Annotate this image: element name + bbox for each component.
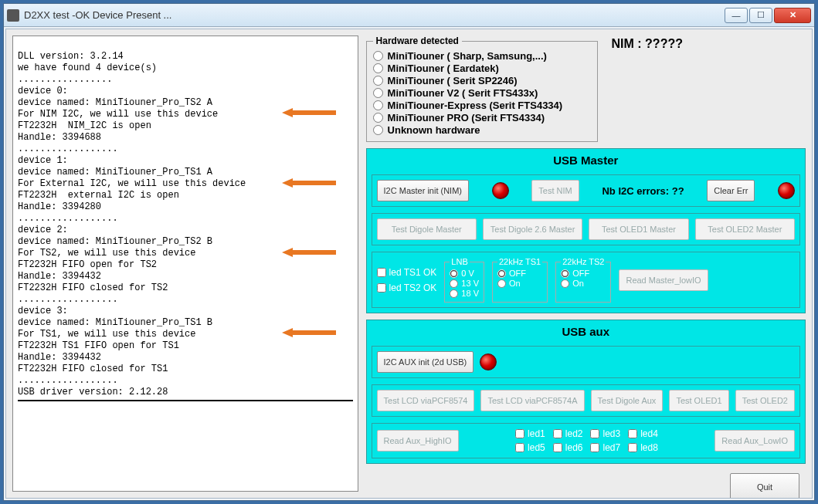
i2c-master-init-button[interactable]: I2C Master init (NIM) [377, 180, 469, 201]
log-dev1: device 1: device named: MiniTiouner_Pro_… [18, 155, 246, 224]
log-footer: USB driver version: 2.12.28 [18, 387, 168, 397]
aux-led-checkbox[interactable]: led5 [515, 442, 545, 453]
log-separator [18, 400, 353, 401]
usb-master-panel: USB Master I2C Master init (NIM) Test NI… [366, 148, 806, 313]
aux-led-checkbox[interactable]: led1 [515, 428, 545, 439]
log-dev3: device 3: device named: MiniTiouner_Pro_… [18, 306, 212, 386]
hardware-option[interactable]: MiniTiouner ( Eardatek) [373, 63, 591, 74]
master-test-button[interactable]: Test OLED1 Master [589, 218, 688, 240]
hardware-legend: Hardware detected [373, 36, 462, 46]
lnb-option[interactable]: 13 V [450, 279, 479, 288]
read-aux-highio-button[interactable]: Read Aux_HighIO [377, 430, 459, 452]
aux-led-checkbox[interactable]: led6 [553, 442, 583, 453]
window-buttons: — ☐ ✕ [725, 8, 811, 23]
aux-led-checkbox[interactable]: led2 [553, 428, 583, 439]
aux-test-button[interactable]: Test OLED2 [735, 390, 795, 411]
svg-marker-2 [282, 248, 336, 257]
i2c-errors-label: Nb I2C errors: ?? [602, 185, 684, 197]
lnb-legend: LNB [450, 257, 469, 266]
app-window: D2XX test -OK Device Present ... — ☐ ✕ D… [3, 3, 815, 501]
led-ts2-checkbox[interactable]: led TS2 OK [377, 282, 437, 293]
led-ts1-checkbox[interactable]: led TS1 OK [377, 267, 437, 278]
arrow-icon [237, 96, 291, 106]
svg-marker-0 [282, 108, 336, 117]
clear-err-button[interactable]: Clear Err [707, 180, 755, 201]
hardware-option[interactable]: MiniTiouner-Express (Serit FTS4334) [373, 100, 591, 111]
aux-led-checkbox[interactable]: led7 [590, 442, 620, 453]
khz1-option[interactable]: OFF [497, 269, 542, 278]
aux-test-button[interactable]: Test LCD viaPCF8574 [377, 390, 475, 411]
svg-marker-1 [282, 178, 336, 188]
hardware-option[interactable]: MiniTiouner ( Serit SP2246) [373, 75, 591, 86]
window-title: D2XX test -OK Device Present ... [24, 9, 725, 21]
top-row: Hardware detected MiniTiouner ( Sharp, S… [366, 36, 806, 142]
lnb-group: LNB 0 V13 V18 V [444, 257, 484, 303]
read-aux-lowio-button[interactable]: Read Aux_LowIO [714, 430, 795, 452]
master-test-button[interactable]: Test OLED2 Master [695, 218, 795, 240]
usb-aux-row1: I2C AUX init (2d USB) [372, 346, 800, 378]
client-area: DLL version: 3.2.14 we have found 4 devi… [5, 29, 813, 499]
arrow-icon [237, 316, 291, 326]
khz2-option[interactable]: OFF [561, 269, 606, 278]
usb-aux-row2: Test LCD viaPCF8574Test LCD viaPCF8574AT… [372, 384, 800, 417]
usb-master-row2: Test Digole MasterTest Digole 2.6 Master… [372, 213, 800, 245]
app-icon [7, 9, 19, 22]
usb-master-row3: led TS1 OK led TS2 OK LNB 0 V13 V18 V 22… [372, 252, 800, 308]
i2c-aux-init-button[interactable]: I2C AUX init (2d USB) [377, 351, 474, 373]
usb-master-title: USB Master [372, 154, 800, 167]
log-dev2: device 2: device named: MiniTiouner_Pro_… [18, 225, 212, 305]
nim-label: NIM : ????? [612, 37, 683, 142]
footer: Quit [366, 470, 806, 499]
master-test-button[interactable]: Test Digole 2.6 Master [483, 218, 582, 240]
aux-led-checkbox[interactable]: led3 [590, 428, 620, 439]
aux-led-checks: led1led2led3led4 led5led6led7led8 [515, 428, 658, 453]
khz-ts1-group: 22kHz TS1 OFFOn [492, 257, 548, 303]
aux-test-button[interactable]: Test LCD viaPCF8574A [480, 390, 584, 411]
hardware-option[interactable]: MiniTiouner PRO (Serit FTS4334) [373, 112, 591, 123]
aux-test-button[interactable]: Test OLED1 [669, 390, 728, 411]
test-nim-button[interactable]: Test NIM [531, 180, 579, 201]
maximize-button[interactable]: ☐ [749, 8, 772, 23]
quit-button[interactable]: Quit [730, 473, 799, 499]
master-led-icon [492, 182, 509, 199]
arrow-icon [237, 167, 291, 176]
right-column: Hardware detected MiniTiouner ( Sharp, S… [366, 36, 806, 492]
log-textbox[interactable]: DLL version: 3.2.14 we have found 4 devi… [12, 36, 358, 492]
master-led2-icon [778, 182, 795, 199]
hardware-option[interactable]: Unknown hardware [373, 124, 591, 136]
ts-led-checks: led TS1 OK led TS2 OK [377, 257, 437, 303]
aux-test-button[interactable]: Test Digole Aux [591, 390, 664, 411]
log-header: DLL version: 3.2.14 we have found 4 devi… [18, 51, 157, 85]
hardware-option[interactable]: MiniTiouner V2 ( Serit FTS433x) [373, 87, 591, 99]
read-master-lowio-button[interactable]: Read Master_lowIO [619, 269, 708, 291]
usb-aux-row3: Read Aux_HighIO led1led2led3led4 led5led… [372, 423, 800, 458]
hardware-option[interactable]: MiniTiouner ( Sharp, Samsung,...) [373, 50, 591, 62]
khz2-option[interactable]: On [561, 279, 606, 288]
aux-led-icon [480, 353, 497, 370]
aux-led-checkbox[interactable]: led4 [628, 428, 658, 439]
usb-aux-panel: USB aux I2C AUX init (2d USB) Test LCD v… [366, 320, 806, 464]
khz1-option[interactable]: On [497, 279, 542, 288]
khz-ts1-legend: 22kHz TS1 [497, 257, 542, 266]
master-test-button[interactable]: Test Digole Master [377, 218, 477, 240]
log-dev0: device 0: device named: MiniTiouner_Pro_… [18, 86, 218, 154]
minimize-button[interactable]: — [725, 8, 748, 23]
usb-aux-title: USB aux [372, 325, 800, 338]
titlebar: D2XX test -OK Device Present ... — ☐ ✕ [4, 4, 814, 27]
arrow-icon [237, 236, 291, 245]
close-button[interactable]: ✕ [774, 8, 811, 23]
usb-master-row1: I2C Master init (NIM) Test NIM Nb I2C er… [372, 174, 800, 207]
khz-ts2-group: 22kHz TS2 OFFOn [555, 257, 611, 303]
lnb-option[interactable]: 0 V [450, 269, 479, 278]
lnb-option[interactable]: 18 V [450, 289, 479, 298]
hardware-detected-group: Hardware detected MiniTiouner ( Sharp, S… [366, 36, 598, 142]
aux-led-checkbox[interactable]: led8 [628, 442, 658, 453]
khz-ts2-legend: 22kHz TS2 [561, 257, 606, 266]
svg-marker-3 [282, 328, 336, 337]
